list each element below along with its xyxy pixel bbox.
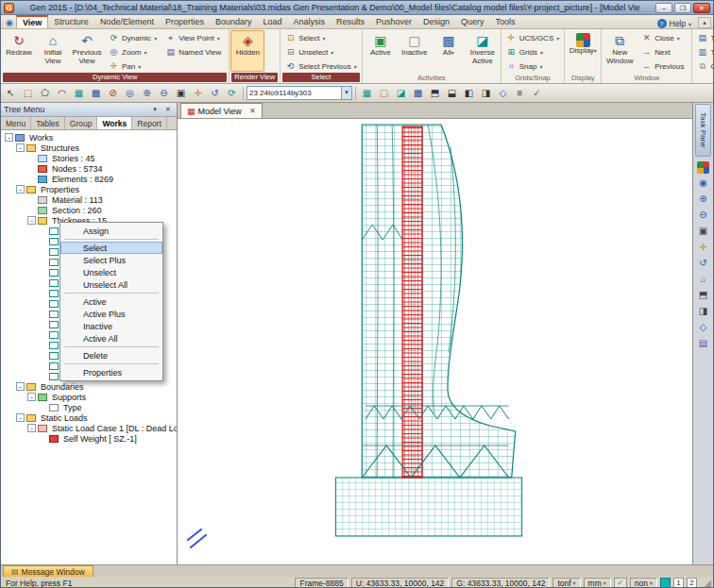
ribbon-button[interactable]: ✕ Close ▾ — [638, 31, 690, 44]
tree-expander[interactable]: - — [5, 133, 13, 142]
maximize-button[interactable]: ❐ — [674, 3, 691, 13]
tree-item[interactable]: - Structures — [3, 143, 177, 153]
page-1-button[interactable]: 1 — [673, 578, 684, 588]
ribbon-button[interactable]: ⧉ New Window — [603, 30, 637, 72]
ribbon-tab[interactable]: Results — [331, 15, 370, 28]
context-menu-item[interactable]: Active Plus — [60, 308, 162, 320]
context-menu-item[interactable]: Unselect All — [60, 278, 162, 291]
ribbon-button[interactable]: ⧉ Cascade — [693, 59, 713, 73]
app-menu-button[interactable]: ◉ — [3, 16, 16, 28]
tree-item[interactable]: - Boundaries — [3, 381, 177, 392]
ribbon-button[interactable]: ⟳ Dynamic ▾ — [105, 31, 161, 44]
tree-item[interactable]: - Static Loads — [3, 412, 177, 423]
tree-expander[interactable]: - — [16, 185, 25, 193]
ribbon-tab[interactable]: Structure — [48, 15, 94, 28]
toolbar-button[interactable]: ◇ — [495, 86, 511, 101]
rail-button[interactable]: ↺ — [695, 256, 712, 271]
tree-item[interactable]: Material : 113 — [3, 194, 177, 205]
toolbar-button[interactable]: ⬚ — [20, 86, 36, 101]
ribbon-button[interactable]: ⊟ Unselect ▾ — [281, 45, 361, 59]
tree-expander[interactable]: - — [27, 424, 36, 432]
toolbar-button[interactable]: ▣ — [173, 86, 189, 101]
context-menu-item[interactable]: Select — [60, 242, 162, 254]
context-menu-item[interactable]: Select Plus — [60, 254, 162, 266]
tree-item[interactable]: Self Weight [ SZ.-1] — [3, 433, 177, 444]
ribbon-tab[interactable]: Analysis — [288, 15, 332, 28]
status-check-button[interactable]: ✓ — [614, 578, 627, 588]
rail-button[interactable]: ⊕ — [695, 192, 712, 207]
toolbar-button[interactable]: ⬠ — [37, 86, 53, 101]
force-unit-select[interactable]: tonf ▾ — [552, 578, 580, 588]
tree-panel-tab[interactable]: Menu — [1, 117, 31, 129]
ribbon-tab[interactable]: Tools — [490, 15, 521, 28]
toolbar-button[interactable]: ⊖ — [156, 86, 172, 101]
tree-expander[interactable]: - — [16, 413, 25, 422]
toolbar-button[interactable]: ⟳ — [224, 86, 240, 101]
ribbon-tab[interactable]: Properties — [160, 15, 210, 28]
tree-item[interactable]: - Works — [3, 132, 177, 143]
rail-button[interactable]: ▣ — [695, 224, 712, 239]
rail-button[interactable]: ✛ — [695, 240, 712, 255]
resize-grip[interactable]: ◢ — [700, 578, 711, 588]
tree-item[interactable]: Stories : 45 — [3, 153, 177, 163]
context-menu-item[interactable]: Inactive — [60, 320, 162, 332]
ribbon-button[interactable]: ⌂ Initial View — [36, 30, 70, 72]
page-2-button[interactable]: 2 — [687, 578, 697, 588]
context-menu-item[interactable]: Unselect — [60, 266, 162, 278]
rail-button[interactable]: ⬒ — [695, 288, 712, 303]
toolbar-button[interactable]: ▩ — [410, 86, 426, 101]
toolbar-button[interactable]: ⊕ — [139, 86, 155, 101]
context-menu-item[interactable]: Properties — [60, 366, 162, 378]
toolbar-button[interactable]: ▩ — [88, 86, 104, 101]
context-menu-item[interactable]: Delete — [60, 349, 162, 361]
message-window-tab[interactable]: ▤ Message Window — [3, 565, 94, 577]
ribbon-button[interactable]: ▥ Tile Vertically — [693, 45, 713, 59]
close-button[interactable]: ✕ — [693, 3, 710, 13]
toolbar-button[interactable]: ↖ — [3, 86, 19, 101]
task-pane-tab[interactable]: Task Pane — [695, 104, 711, 157]
ribbon-button[interactable]: ▣ Active — [364, 30, 398, 72]
ribbon-button[interactable]: → Next — [638, 45, 690, 59]
rail-button[interactable]: ▤ — [695, 336, 712, 351]
mode-select[interactable]: non ▾ — [630, 578, 657, 588]
model-view-canvas[interactable] — [178, 119, 692, 564]
toolbar-button[interactable]: ↺ — [207, 86, 223, 101]
tree-item[interactable]: Elements : 8269 — [3, 174, 177, 184]
tree-expander[interactable]: - — [27, 393, 36, 401]
toolbar-button[interactable]: ✓ — [529, 86, 545, 101]
toolbar-button[interactable]: ◠ — [54, 86, 70, 101]
ribbon-button[interactable]: ⌗ Snap ▾ — [502, 59, 563, 73]
selection-filter-combobox[interactable]: 23 24to9114by303 ▼ — [246, 86, 352, 100]
ribbon-button[interactable]: ▩ All▾ — [432, 30, 466, 72]
ribbon-button[interactable]: Display▾ — [566, 30, 600, 72]
page-color-swatch[interactable] — [660, 578, 671, 588]
tree-panel-tab[interactable]: Group — [65, 117, 98, 129]
ribbon-button[interactable]: ⊡ Select ▾ — [281, 31, 361, 44]
toolbar-button[interactable]: ⬓ — [444, 86, 460, 101]
ribbon-tab[interactable]: Design — [417, 15, 455, 28]
rail-button[interactable]: ◉ — [695, 176, 712, 191]
ribbon-button[interactable]: ◪ Inverse Active — [466, 30, 500, 72]
context-menu-item[interactable]: Active — [60, 295, 162, 308]
toolbar-button[interactable]: ▦ — [359, 86, 375, 101]
ribbon-button[interactable]: ↻ Redraw — [2, 30, 36, 72]
tree-item[interactable]: Nodes : 5734 — [3, 163, 177, 174]
toolbar-button[interactable]: ◎ — [122, 86, 138, 101]
tree-expander[interactable]: - — [16, 382, 25, 391]
toolbar-button[interactable]: ▢ — [376, 86, 392, 101]
ribbon-tab[interactable]: View — [16, 15, 48, 28]
ribbon-tab[interactable]: Boundary — [210, 15, 258, 28]
rail-button[interactable]: ◨ — [695, 304, 712, 319]
ribbon-button[interactable]: ✛ UCS/GCS ▾ — [502, 31, 563, 44]
tree-expander[interactable]: - — [27, 216, 36, 225]
ribbon-tab[interactable]: Query — [455, 15, 490, 28]
toolbar-button[interactable]: ✛ — [190, 86, 206, 101]
ribbon-button[interactable]: ▢ Inactive — [398, 30, 432, 72]
tree-item[interactable]: - Properties — [3, 184, 177, 194]
rail-button[interactable]: ⊖ — [695, 208, 712, 223]
toolbar-button[interactable]: ▦ — [71, 86, 87, 101]
panel-menu-icon[interactable]: ▾ — [149, 105, 161, 115]
close-tab-icon[interactable]: ✕ — [249, 107, 256, 115]
ribbon-button[interactable]: ▤ Tile Horizontally — [693, 31, 713, 44]
ribbon-button[interactable]: ◎ Zoom ▾ — [105, 45, 161, 59]
